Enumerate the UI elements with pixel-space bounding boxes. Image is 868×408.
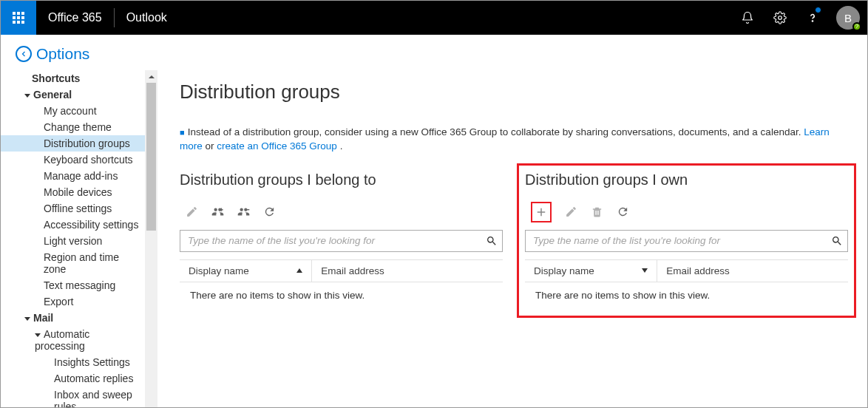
panel-belong-title: Distribution groups I belong to	[180, 171, 503, 188]
panel-groups-belong: Distribution groups I belong to Type the…	[180, 171, 503, 318]
refresh-button[interactable]	[617, 205, 629, 218]
nav-item-inbox-rules[interactable]: Inbox and sweep rules	[1, 387, 145, 408]
notification-dot-icon	[815, 7, 821, 13]
nav-general[interactable]: General	[1, 86, 145, 103]
bell-icon	[741, 11, 754, 24]
panel-own-title: Distribution groups I own	[525, 171, 848, 188]
nav-automatic-processing[interactable]: Automatic processing	[1, 326, 145, 354]
nav-item-my-account[interactable]: My account	[1, 103, 145, 119]
help-button[interactable]	[796, 1, 829, 35]
options-nav: Shortcuts General My account Change them…	[1, 70, 145, 408]
nav-mail[interactable]: Mail	[1, 310, 145, 326]
scrollbar-thumb[interactable]	[146, 83, 156, 231]
join-group-button[interactable]	[211, 205, 224, 218]
nav-item-light-version[interactable]: Light version	[1, 233, 145, 249]
back-button[interactable]	[16, 46, 32, 62]
nav-item-text-messaging[interactable]: Text messaging	[1, 277, 145, 293]
nav-item-offline-settings[interactable]: Offline settings	[1, 200, 145, 217]
col-email[interactable]: Email address	[312, 265, 503, 276]
search-placeholder: Type the name of the list you're looking…	[188, 235, 486, 246]
nav-item-accessibility[interactable]: Accessibility settings	[1, 217, 145, 233]
nav-item-auto-replies[interactable]: Automatic replies	[1, 370, 145, 387]
sort-asc-icon	[296, 268, 302, 273]
refresh-icon	[263, 205, 276, 218]
new-group-button[interactable]	[531, 202, 552, 222]
sort-desc-icon	[642, 268, 648, 273]
chevron-down-icon	[35, 333, 41, 337]
bullet-icon: ■	[180, 128, 185, 137]
content-area: Distribution groups ■Instead of a distri…	[157, 70, 867, 408]
plus-icon	[535, 205, 548, 219]
nav-item-mobile-devices[interactable]: Mobile devices	[1, 184, 145, 200]
nav-item-region-tz[interactable]: Region and time zone	[1, 249, 145, 277]
options-title: Options	[36, 45, 89, 63]
account-avatar[interactable]: B ?	[836, 6, 860, 30]
nav-item-keyboard-shortcuts[interactable]: Keyboard shortcuts	[1, 152, 145, 168]
pencil-icon	[565, 205, 577, 218]
info-tip: ■Instead of a distribution group, consid…	[180, 126, 848, 154]
scroll-up-button[interactable]	[145, 70, 157, 83]
nav-item-insights[interactable]: Insights Settings	[1, 354, 145, 370]
app-launcher-button[interactable]	[1, 1, 36, 35]
search-icon	[486, 235, 498, 247]
refresh-icon	[617, 205, 629, 218]
arrow-left-icon	[19, 50, 28, 58]
belong-toolbar	[180, 203, 503, 221]
tutorial-highlight-box: Distribution groups I own Type the name …	[517, 163, 856, 318]
nav-item-manage-addins[interactable]: Manage add-ins	[1, 168, 145, 184]
people-plus-icon	[211, 205, 224, 218]
leave-group-button[interactable]	[237, 205, 250, 218]
svg-point-1	[812, 21, 813, 21]
edit-button[interactable]	[186, 205, 198, 218]
waffle-icon	[13, 12, 24, 24]
create-group-link[interactable]: create an Office 365 Group	[217, 140, 337, 152]
nav-item-change-theme[interactable]: Change theme	[1, 119, 145, 135]
search-placeholder: Type the name of the list you're looking…	[533, 235, 831, 246]
own-toolbar	[525, 203, 848, 221]
suite-brand[interactable]: Office 365	[36, 11, 114, 24]
gear-icon	[773, 11, 787, 24]
delete-button[interactable]	[591, 205, 603, 218]
chevron-down-icon	[24, 94, 30, 98]
page-title: Distribution groups	[180, 81, 848, 103]
trash-icon	[591, 205, 603, 218]
presence-indicator-icon: ?	[852, 22, 861, 31]
belong-grid: Display name Email address There are no …	[180, 259, 503, 308]
nav-shortcuts[interactable]: Shortcuts	[1, 70, 145, 86]
options-header: Options	[1, 35, 867, 70]
chevron-up-icon	[148, 73, 155, 81]
refresh-button[interactable]	[263, 205, 276, 218]
search-icon	[831, 235, 843, 247]
own-search-input[interactable]: Type the name of the list you're looking…	[525, 230, 848, 252]
people-minus-icon	[237, 205, 250, 218]
own-grid: Display name Email address There are no …	[525, 259, 848, 308]
nav-item-export[interactable]: Export	[1, 293, 145, 310]
belong-search-input[interactable]: Type the name of the list you're looking…	[180, 230, 503, 252]
global-header: Office 365 Outlook B ?	[1, 1, 867, 35]
own-empty-text: There are no items to show in this view.	[525, 282, 848, 308]
avatar-initial: B	[844, 12, 852, 24]
notifications-button[interactable]	[731, 1, 764, 35]
settings-button[interactable]	[764, 1, 796, 35]
edit-button[interactable]	[565, 205, 577, 218]
col-display-name[interactable]: Display name	[180, 260, 312, 282]
panel-groups-own: Distribution groups I own Type the name …	[525, 171, 848, 318]
svg-point-0	[779, 16, 782, 20]
sidebar-scrollbar[interactable]	[145, 70, 157, 408]
app-name[interactable]: Outlook	[115, 11, 179, 24]
col-email[interactable]: Email address	[657, 265, 848, 276]
chevron-down-icon	[24, 317, 30, 321]
belong-empty-text: There are no items to show in this view.	[180, 282, 503, 308]
nav-item-distribution-groups[interactable]: Distribution groups	[1, 135, 145, 152]
col-display-name[interactable]: Display name	[525, 260, 657, 282]
svg-rect-2	[246, 209, 249, 210]
pencil-icon	[186, 205, 198, 218]
